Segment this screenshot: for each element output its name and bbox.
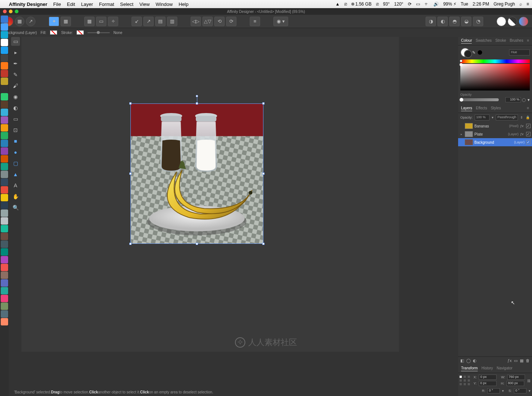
delete-layer-icon[interactable]: 🗑: [526, 358, 530, 363]
menu-window[interactable]: Window: [156, 1, 173, 7]
dock-app-icon[interactable]: [1, 101, 8, 108]
dock-app-icon[interactable]: [1, 39, 8, 46]
app-name[interactable]: Affinity Designer: [9, 1, 47, 7]
layer-row[interactable]: ▸Plate(Layer)ƒx✓: [458, 130, 532, 138]
menu-edit[interactable]: Edit: [67, 1, 75, 7]
canvas-area[interactable]: [21, 37, 399, 352]
opacity-slider[interactable]: [460, 98, 499, 101]
menu-help[interactable]: Help: [178, 1, 188, 7]
handle-bl[interactable]: [129, 243, 132, 245]
layer-visibility-checkbox[interactable]: ✓: [526, 140, 531, 144]
artistic-text-tool-icon[interactable]: A: [11, 181, 20, 190]
link-wh-icon[interactable]: ⛓: [527, 379, 531, 383]
add-layer-icon[interactable]: ▭: [514, 358, 518, 363]
airplay-icon[interactable]: ▭: [416, 1, 420, 7]
tab-styles[interactable]: Styles: [491, 106, 501, 111]
booleans-add-icon[interactable]: ◑: [426, 17, 436, 26]
dock-app-icon[interactable]: [1, 202, 8, 209]
dock-app-icon[interactable]: [1, 295, 8, 302]
dock-app-icon[interactable]: [1, 47, 8, 54]
fx-icon[interactable]: ƒx: [507, 358, 512, 363]
handle-tr[interactable]: [262, 102, 265, 105]
menu-format[interactable]: Format: [99, 1, 114, 7]
s-stepper-icon[interactable]: ▾: [529, 389, 531, 393]
dock-app-icon[interactable]: [1, 140, 8, 147]
transform-x[interactable]: 0 px: [479, 375, 497, 380]
handle-bc[interactable]: [196, 243, 198, 245]
add-pixel-layer-icon[interactable]: ▦: [520, 358, 524, 363]
dock-app-icon[interactable]: [1, 109, 8, 116]
fill-swatch[interactable]: [50, 30, 57, 35]
tab-history[interactable]: History: [481, 366, 493, 371]
dock-app-icon[interactable]: [1, 186, 8, 194]
dock-app-icon[interactable]: [1, 116, 8, 124]
panel-menu-icon[interactable]: ≡: [527, 38, 529, 44]
rotate-handle[interactable]: [196, 95, 198, 97]
layer-fx-icon[interactable]: ƒx: [520, 132, 524, 136]
dock-app-icon[interactable]: [1, 256, 8, 263]
crop-tool-icon[interactable]: ⊡: [11, 126, 20, 134]
zoom-tool-icon[interactable]: 🔍: [11, 203, 20, 212]
dock-app-icon[interactable]: [1, 62, 8, 69]
menu-layer[interactable]: Layer: [81, 1, 93, 7]
opacity-stepper-icon[interactable]: ▾: [528, 98, 530, 102]
persona-export-icon[interactable]: ↗: [26, 17, 35, 26]
spotlight-icon[interactable]: ⌕: [519, 1, 522, 7]
dock-app-icon[interactable]: [1, 78, 8, 85]
dock-app-icon[interactable]: [1, 132, 8, 139]
dock-app-icon[interactable]: [1, 124, 8, 132]
layer-row[interactable]: Background(Layer)✓: [458, 138, 532, 146]
flip-v-icon[interactable]: △▽: [202, 17, 213, 26]
snap-icon[interactable]: ▦: [84, 17, 95, 26]
cam-icon[interactable]: ⎚: [344, 1, 347, 7]
flip-h-icon[interactable]: ◁▷: [191, 17, 201, 26]
dock-app-icon[interactable]: [1, 93, 8, 100]
layer-opacity-stepper-icon[interactable]: ▾: [492, 116, 494, 119]
booleans-divide-icon[interactable]: ◔: [473, 17, 483, 26]
colour-wells-icon[interactable]: [460, 48, 470, 57]
dock-app-icon[interactable]: [1, 240, 8, 248]
dock-app-icon[interactable]: [1, 287, 8, 294]
snap-candidates-icon[interactable]: ✧: [108, 17, 118, 26]
handle-ml[interactable]: [129, 173, 132, 175]
edit-all-icon[interactable]: ◧: [460, 358, 464, 363]
panel-menu-icon[interactable]: ≡: [527, 106, 529, 111]
dock-app-icon[interactable]: [1, 233, 8, 240]
eyedropper-icon[interactable]: ✎: [472, 50, 475, 55]
wifi-icon[interactable]: ᯤ: [424, 1, 429, 7]
blend-mode-select[interactable]: Passthrough: [496, 115, 518, 120]
close-window-icon[interactable]: [3, 10, 7, 13]
layer-visibility-checkbox[interactable]: ✓: [526, 132, 531, 136]
move-front-icon[interactable]: ↗: [143, 17, 154, 26]
dock-app-icon[interactable]: [1, 31, 8, 38]
move-back-icon[interactable]: ↙: [132, 17, 142, 26]
disclosure-icon[interactable]: ▸: [460, 133, 463, 136]
vector-mode-icon[interactable]: ✦: [49, 17, 59, 26]
pen-tool-icon[interactable]: ✒: [11, 59, 20, 68]
handle-br[interactable]: [262, 243, 265, 245]
anchor-grid[interactable]: [460, 376, 471, 386]
rotate-cw-icon[interactable]: ⟳: [226, 17, 236, 26]
move-tool-icon[interactable]: ▭: [11, 37, 20, 46]
brush-tool-icon[interactable]: 🖌: [11, 81, 20, 90]
mask-icon[interactable]: ◯: [466, 358, 471, 363]
dock-app-icon[interactable]: [1, 23, 8, 31]
tab-layers[interactable]: Layers: [461, 106, 472, 111]
stroke-width-slider[interactable]: [88, 32, 110, 33]
tab-brushes[interactable]: Brushes: [510, 38, 524, 44]
corner-inner-icon[interactable]: [519, 17, 528, 26]
dock-app-icon[interactable]: [1, 225, 8, 232]
saturation-box[interactable]: [460, 64, 530, 91]
booleans-xor-icon[interactable]: ◒: [461, 17, 471, 26]
tab-navigator[interactable]: Navigator: [497, 366, 512, 371]
zoom-window-icon[interactable]: [15, 10, 18, 13]
corner-icon[interactable]: [497, 17, 506, 26]
fill-tool-icon[interactable]: ◉: [11, 92, 20, 101]
layer-opacity-value[interactable]: 100 %: [475, 115, 490, 120]
picked-colour-icon[interactable]: [478, 50, 482, 55]
pixel-mode-icon[interactable]: ▦: [61, 17, 71, 26]
dock-app-icon[interactable]: [1, 16, 8, 23]
align-icon[interactable]: ≡: [250, 17, 260, 26]
cloud-icon[interactable]: ▲: [335, 1, 340, 7]
pan-tool-icon[interactable]: ✋: [11, 192, 20, 201]
